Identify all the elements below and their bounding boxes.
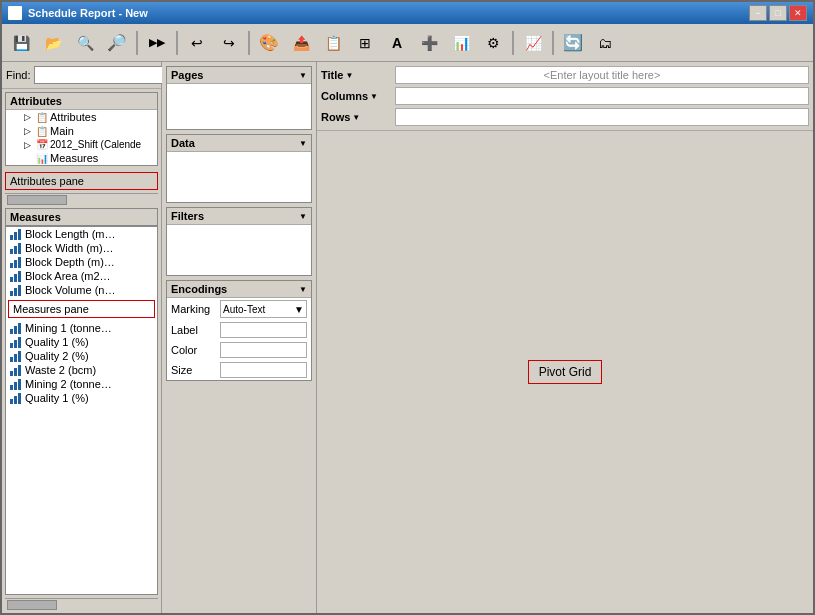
- attributes-scrollbar[interactable]: [5, 193, 158, 205]
- measures-section-header: Measures: [5, 208, 158, 226]
- tree-item-shift[interactable]: ▷ 📅 2012_Shift (Calende: [6, 138, 157, 151]
- app-icon: [8, 6, 22, 20]
- columns-field-label: Columns ▼: [321, 90, 391, 102]
- settings-button[interactable]: ⚙: [478, 28, 508, 58]
- size-row: Size: [167, 360, 311, 380]
- measure-quality2[interactable]: Quality 2 (%): [6, 349, 157, 363]
- redo-button[interactable]: ↪: [214, 28, 244, 58]
- export2-button[interactable]: 📋: [318, 28, 348, 58]
- columns-drop-area: [395, 87, 809, 105]
- measure-block-depth[interactable]: Block Depth (m)…: [6, 255, 157, 269]
- title-field-label: Title ▼: [321, 69, 391, 81]
- main-icon: 📋: [36, 126, 48, 137]
- left-panel: Find: Attributes ▷ 📋 Attributes ▷: [2, 62, 162, 613]
- close-button[interactable]: ✕: [789, 5, 807, 21]
- forward-button[interactable]: ▶▶: [142, 28, 172, 58]
- measure-bar-icon: [10, 256, 22, 268]
- data-arrow[interactable]: ▼: [299, 139, 307, 148]
- add-button[interactable]: ➕: [414, 28, 444, 58]
- attributes-icon: 📋: [36, 112, 48, 123]
- application-window: Schedule Report - New − □ ✕ 💾 📂 🔍 🔎 ▶▶ ↩…: [0, 0, 815, 615]
- measure-bar-icon: [10, 270, 22, 282]
- size-value: [220, 362, 307, 378]
- separator-4: [512, 31, 514, 55]
- title-arrow[interactable]: ▼: [345, 71, 353, 80]
- filters-section: Filters ▼: [166, 207, 312, 276]
- pivot-grid-area: Pivot Grid: [317, 131, 813, 613]
- rows-drop-area: [395, 108, 809, 126]
- measure-waste2[interactable]: Waste 2 (bcm): [6, 363, 157, 377]
- chart-button[interactable]: 📈: [518, 28, 548, 58]
- marking-row: Marking Auto-Text ▼: [167, 298, 311, 320]
- window-title: Schedule Report - New: [28, 7, 743, 19]
- measures-list: Block Length (m… Block Width (m)… Block …: [5, 226, 158, 595]
- measure-block-width[interactable]: Block Width (m)…: [6, 241, 157, 255]
- separator-2: [176, 31, 178, 55]
- filter-button[interactable]: 🗂: [590, 28, 620, 58]
- columns-row: Columns ▼: [321, 87, 809, 105]
- preview-button[interactable]: 🔍: [70, 28, 100, 58]
- measures-scrollbar[interactable]: [5, 598, 158, 610]
- measure-block-length[interactable]: Block Length (m…: [6, 227, 157, 241]
- data-header: Data ▼: [167, 135, 311, 152]
- tree-item-main[interactable]: ▷ 📋 Main: [6, 124, 157, 138]
- measure-mining1[interactable]: Mining 1 (tonne…: [6, 321, 157, 335]
- title-bar: Schedule Report - New − □ ✕: [2, 2, 813, 24]
- columns-arrow[interactable]: ▼: [370, 92, 378, 101]
- find-input[interactable]: [34, 66, 167, 84]
- measure-bar-icon: [10, 228, 22, 240]
- pages-section: Pages ▼: [166, 66, 312, 130]
- zoom-button[interactable]: 🔎: [102, 28, 132, 58]
- measure-block-volume[interactable]: Block Volume (n…: [6, 283, 157, 297]
- middle-panel: Pages ▼ Data ▼ Filters ▼: [162, 62, 317, 613]
- separator-5: [552, 31, 554, 55]
- color-label: Color: [171, 344, 216, 356]
- minimize-button[interactable]: −: [749, 5, 767, 21]
- measure-bar-icon: [10, 322, 22, 334]
- data-section: Data ▼: [166, 134, 312, 203]
- text-button[interactable]: A: [382, 28, 412, 58]
- rows-arrow[interactable]: ▼: [352, 113, 360, 122]
- measure-bar-icon: [10, 378, 22, 390]
- label-label: Label: [171, 324, 216, 336]
- measure-bar-icon: [10, 284, 22, 296]
- marking-select[interactable]: Auto-Text ▼: [220, 300, 307, 318]
- find-row: Find:: [2, 62, 161, 89]
- color-button[interactable]: 🎨: [254, 28, 284, 58]
- grid-button[interactable]: ⊞: [350, 28, 380, 58]
- marking-label: Marking: [171, 303, 216, 315]
- measure-block-area[interactable]: Block Area (m2…: [6, 269, 157, 283]
- tree-item-measures[interactable]: 📊 Measures: [6, 151, 157, 165]
- right-top-fields: Title ▼ Columns ▼ Rows: [317, 62, 813, 131]
- measure-bar-icon: [10, 242, 22, 254]
- measure-quality1b[interactable]: Quality 1 (%): [6, 391, 157, 405]
- separator-1: [136, 31, 138, 55]
- rows-field-label: Rows ▼: [321, 111, 391, 123]
- maximize-button[interactable]: □: [769, 5, 787, 21]
- export1-button[interactable]: 📤: [286, 28, 316, 58]
- undo-button[interactable]: ↩: [182, 28, 212, 58]
- encodings-header: Encodings ▼: [167, 281, 311, 298]
- open-button[interactable]: 📂: [38, 28, 68, 58]
- filters-arrow[interactable]: ▼: [299, 212, 307, 221]
- table-button[interactable]: 📊: [446, 28, 476, 58]
- marking-dropdown-arrow: ▼: [294, 304, 304, 315]
- main-toolbar: 💾 📂 🔍 🔎 ▶▶ ↩ ↪ 🎨 📤 📋 ⊞ A ➕ 📊 ⚙ 📈 🔄 🗂: [2, 24, 813, 62]
- encodings-arrow[interactable]: ▼: [299, 285, 307, 294]
- refresh-button[interactable]: 🔄: [558, 28, 588, 58]
- pages-body: [167, 84, 311, 129]
- rows-row: Rows ▼: [321, 108, 809, 126]
- tree-item-attributes[interactable]: ▷ 📋 Attributes: [6, 110, 157, 124]
- measure-bar-icon: [10, 364, 22, 376]
- measure-quality1[interactable]: Quality 1 (%): [6, 335, 157, 349]
- title-row: Title ▼: [321, 66, 809, 84]
- measure-mining2[interactable]: Mining 2 (tonne…: [6, 377, 157, 391]
- pivot-grid-annotation: Pivot Grid: [528, 360, 603, 384]
- attributes-tree: ▷ 📋 Attributes ▷ 📋 Main ▷ 📅 201: [6, 110, 157, 165]
- pages-arrow[interactable]: ▼: [299, 71, 307, 80]
- pages-header: Pages ▼: [167, 67, 311, 84]
- separator-3: [248, 31, 250, 55]
- save-button[interactable]: 💾: [6, 28, 36, 58]
- title-input[interactable]: [395, 66, 809, 84]
- measures-pane-annotation: Measures pane: [8, 300, 155, 318]
